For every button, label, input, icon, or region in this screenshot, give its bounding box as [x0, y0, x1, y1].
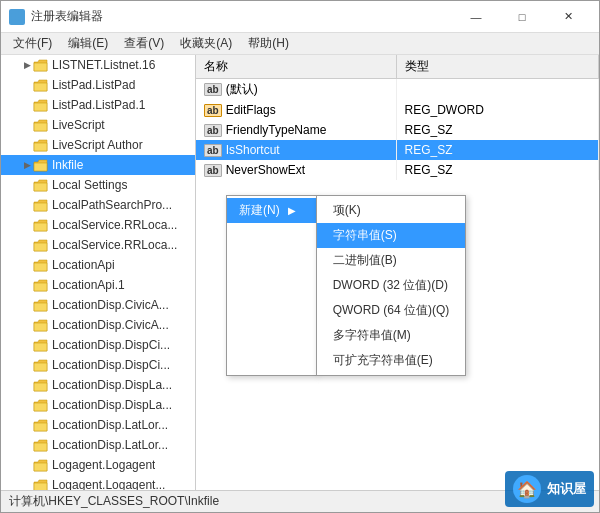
tree-expand-arrow[interactable] — [21, 279, 33, 291]
tree-expand-arrow[interactable] — [21, 179, 33, 191]
status-text: 计算机\HKEY_CLASSES_ROOT\Inkfile — [9, 493, 219, 510]
submenu-item-label: QWORD (64 位值)(Q) — [333, 303, 450, 317]
reg-name-cell: ab(默认) — [196, 79, 396, 101]
menu-item[interactable]: 编辑(E) — [60, 34, 116, 54]
submenu-item[interactable]: 可扩充字符串值(E) — [317, 348, 466, 373]
tree-expand-arrow[interactable] — [21, 259, 33, 271]
menu-item[interactable]: 文件(F) — [5, 34, 60, 54]
tree-item[interactable]: ListPad.ListPad.1 — [1, 95, 195, 115]
tree-item-label: LISTNET.Listnet.16 — [52, 58, 155, 72]
table-row[interactable]: ab(默认) — [196, 79, 599, 101]
tree-item[interactable]: LocationDisp.DispCi... — [1, 355, 195, 375]
tree-expand-arrow[interactable] — [21, 139, 33, 151]
menu-item[interactable]: 收藏夹(A) — [172, 34, 240, 54]
folder-icon — [33, 318, 49, 332]
right-panel[interactable]: 名称 类型 ab(默认)abEditFlagsREG_DWORDabFriend… — [196, 55, 599, 490]
tree-item[interactable]: LocalPathSearchPro... — [1, 195, 195, 215]
tree-expand-arrow[interactable] — [21, 239, 33, 251]
submenu-item-label: DWORD (32 位值)(D) — [333, 278, 448, 292]
tree-item-label: LocalService.RRLoca... — [52, 218, 177, 232]
tree-item[interactable]: ListPad.ListPad — [1, 75, 195, 95]
tree-expand-arrow[interactable]: ▶ — [21, 59, 33, 71]
tree-item[interactable]: LiveScript — [1, 115, 195, 135]
tree-item[interactable]: LocationApi — [1, 255, 195, 275]
new-menu-item[interactable]: 新建(N) ▶ — [227, 198, 316, 223]
watermark: 🏠 知识屋 — [505, 471, 594, 507]
tree-panel[interactable]: ▶ LISTNET.Listnet.16 ListPad.ListPad Lis… — [1, 55, 196, 490]
maximize-button[interactable]: □ — [499, 1, 545, 33]
tree-expand-arrow[interactable] — [21, 339, 33, 351]
tree-expand-arrow[interactable] — [21, 399, 33, 411]
table-row[interactable]: abIsShortcutREG_SZ — [196, 140, 599, 160]
submenu-item[interactable]: QWORD (64 位值)(Q) — [317, 298, 466, 323]
tree-expand-arrow[interactable] — [21, 299, 33, 311]
tree-item[interactable]: Logagent.Logagent... — [1, 475, 195, 490]
tree-item[interactable]: LocationApi.1 — [1, 275, 195, 295]
tree-expand-arrow[interactable]: ▶ — [21, 159, 33, 171]
svg-rect-1 — [18, 11, 23, 15]
svg-rect-3 — [18, 17, 23, 21]
tree-item[interactable]: LocationDisp.CivicA... — [1, 295, 195, 315]
tree-expand-arrow[interactable] — [21, 479, 33, 490]
submenu-item[interactable]: 二进制值(B) — [317, 248, 466, 273]
window-controls: — □ ✕ — [453, 1, 591, 33]
tree-item[interactable]: ▶ LISTNET.Listnet.16 — [1, 55, 195, 75]
folder-icon — [33, 118, 49, 132]
context-menu: 新建(N) ▶ — [226, 195, 317, 376]
tree-expand-arrow[interactable] — [21, 119, 33, 131]
minimize-button[interactable]: — — [453, 1, 499, 33]
reg-type-icon: ab — [204, 83, 222, 96]
table-row[interactable]: abEditFlagsREG_DWORD — [196, 100, 599, 120]
col-name-header: 名称 — [196, 55, 396, 79]
menu-item[interactable]: 查看(V) — [116, 34, 172, 54]
tree-item[interactable]: LocationDisp.DispLa... — [1, 395, 195, 415]
tree-item[interactable]: LocationDisp.LatLor... — [1, 415, 195, 435]
tree-expand-arrow[interactable] — [21, 79, 33, 91]
submenu-top-item[interactable]: 项(K) — [317, 198, 466, 223]
tree-item[interactable]: LiveScript Author — [1, 135, 195, 155]
tree-item-label: LocationApi — [52, 258, 115, 272]
table-row[interactable]: abFriendlyTypeNameREG_SZ — [196, 120, 599, 140]
tree-item-label: Inkfile — [52, 158, 83, 172]
tree-expand-arrow[interactable] — [21, 319, 33, 331]
tree-item[interactable]: LocationDisp.DispCi... — [1, 335, 195, 355]
tree-expand-arrow[interactable] — [21, 219, 33, 231]
reg-name-cell: abFriendlyTypeName — [196, 120, 396, 140]
folder-icon — [33, 418, 49, 432]
table-row[interactable]: abNeverShowExtREG_SZ — [196, 160, 599, 180]
tree-item[interactable]: Local Settings — [1, 175, 195, 195]
folder-icon — [33, 238, 49, 252]
tree-item-label: LocationDisp.LatLor... — [52, 438, 168, 452]
tree-item-label: LocationDisp.DispLa... — [52, 378, 172, 392]
submenu-item[interactable]: 字符串值(S) — [317, 223, 466, 248]
submenu-item[interactable]: DWORD (32 位值)(D) — [317, 273, 466, 298]
tree-item-label: LocalService.RRLoca... — [52, 238, 177, 252]
folder-icon — [33, 398, 49, 412]
tree-expand-arrow[interactable] — [21, 199, 33, 211]
tree-expand-arrow[interactable] — [21, 419, 33, 431]
tree-expand-arrow[interactable] — [21, 359, 33, 371]
tree-item[interactable]: ▶ Inkfile — [1, 155, 195, 175]
folder-icon — [33, 158, 49, 172]
folder-icon — [33, 98, 49, 112]
folder-icon — [33, 378, 49, 392]
tree-item[interactable]: LocalService.RRLoca... — [1, 215, 195, 235]
tree-expand-arrow[interactable] — [21, 459, 33, 471]
folder-icon — [33, 278, 49, 292]
tree-item[interactable]: LocalService.RRLoca... — [1, 235, 195, 255]
title-bar: 注册表编辑器 — □ ✕ — [1, 1, 599, 33]
submenu-item[interactable]: 多字符串值(M) — [317, 323, 466, 348]
reg-type-cell: REG_DWORD — [396, 100, 599, 120]
tree-item[interactable]: LocationDisp.CivicA... — [1, 315, 195, 335]
tree-expand-arrow[interactable] — [21, 439, 33, 451]
tree-item[interactable]: LocationDisp.DispLa... — [1, 375, 195, 395]
tree-expand-arrow[interactable] — [21, 99, 33, 111]
new-menu-label: 新建(N) — [239, 202, 280, 219]
tree-item[interactable]: Logagent.Logagent — [1, 455, 195, 475]
tree-item-label: ListPad.ListPad — [52, 78, 135, 92]
tree-item[interactable]: LocationDisp.LatLor... — [1, 435, 195, 455]
menu-item[interactable]: 帮助(H) — [240, 34, 297, 54]
tree-expand-arrow[interactable] — [21, 379, 33, 391]
close-button[interactable]: ✕ — [545, 1, 591, 33]
submenu: 项(K) 字符串值(S)二进制值(B)DWORD (32 位值)(D)QWORD… — [316, 195, 467, 376]
